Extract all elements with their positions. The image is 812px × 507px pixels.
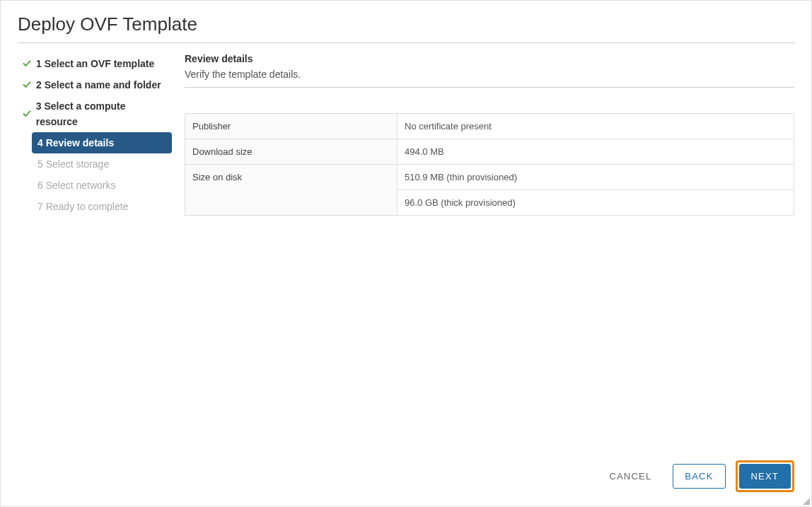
- step-select-name-folder[interactable]: 2 Select a name and folder: [18, 74, 172, 95]
- step-select-networks: 6 Select networks: [32, 175, 172, 196]
- wizard-content: Review details Verify the template detai…: [185, 53, 794, 448]
- wizard-footer: CANCEL BACK NEXT: [18, 448, 794, 506]
- wizard-steps: 1 Select an OVF template 2 Select a name…: [18, 53, 172, 448]
- step-label: 5 Select storage: [37, 156, 109, 172]
- dialog-title: Deploy OVF Template: [18, 13, 794, 43]
- download-size-value: 494.0 MB: [398, 139, 794, 165]
- deploy-ovf-dialog: Deploy OVF Template 1 Select an OVF temp…: [1, 1, 811, 506]
- dialog-body: 1 Select an OVF template 2 Select a name…: [18, 43, 794, 448]
- resize-handle-icon[interactable]: [803, 498, 810, 505]
- next-button-highlight: NEXT: [736, 460, 794, 492]
- details-table: Publisher No certificate present Downloa…: [185, 113, 794, 216]
- back-button[interactable]: BACK: [673, 464, 725, 489]
- check-icon: [22, 59, 32, 68]
- size-on-disk-label: Size on disk: [185, 165, 398, 216]
- row-publisher: Publisher No certificate present: [185, 114, 794, 139]
- row-download-size: Download size 494.0 MB: [185, 139, 794, 165]
- publisher-label: Publisher: [185, 114, 398, 139]
- step-select-ovf-template[interactable]: 1 Select an OVF template: [18, 53, 172, 74]
- size-on-disk-thick: 96.0 GB (thick provisioned): [398, 190, 794, 216]
- content-subtitle: Verify the template details.: [185, 69, 794, 80]
- row-size-on-disk-thin: Size on disk 510.9 MB (thin provisioned): [185, 165, 794, 190]
- content-title: Review details: [185, 53, 794, 64]
- step-select-storage: 5 Select storage: [32, 153, 172, 175]
- check-icon: [22, 110, 32, 118]
- step-review-details[interactable]: 4 Review details: [32, 132, 172, 153]
- step-label: 4 Review details: [37, 135, 114, 151]
- step-label: 3 Select a compute resource: [36, 98, 168, 129]
- step-select-compute-resource[interactable]: 3 Select a compute resource: [18, 95, 172, 132]
- check-icon: [22, 81, 32, 89]
- cancel-button[interactable]: CANCEL: [598, 465, 663, 488]
- step-label: 2 Select a name and folder: [36, 77, 161, 93]
- next-button[interactable]: NEXT: [739, 464, 791, 489]
- size-on-disk-thin: 510.9 MB (thin provisioned): [398, 165, 794, 190]
- step-label: 1 Select an OVF template: [36, 56, 154, 71]
- content-header: Review details Verify the template detai…: [185, 53, 794, 88]
- step-label: 7 Ready to complete: [37, 199, 128, 214]
- publisher-value: No certificate present: [398, 114, 794, 139]
- step-ready-to-complete: 7 Ready to complete: [32, 196, 172, 217]
- step-label: 6 Select networks: [37, 177, 116, 193]
- download-size-label: Download size: [185, 139, 398, 165]
